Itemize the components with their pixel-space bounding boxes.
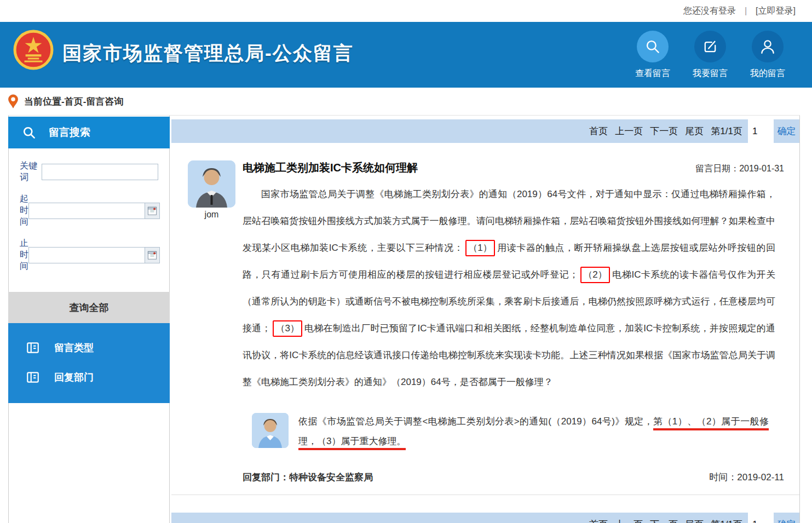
reply-time-label: 时间：: [709, 472, 737, 482]
topbar-divider: |: [745, 6, 747, 16]
end-time-field: [28, 247, 160, 263]
section-divider: [171, 495, 799, 495]
message-date: 留言日期：2019-01-31: [695, 163, 784, 175]
end-time-label: 止时间: [20, 238, 28, 272]
reply-department-label: 回复部门：: [243, 472, 289, 482]
message-date-value: 2019-01-31: [739, 164, 784, 173]
keyword-input[interactable]: [42, 164, 158, 180]
page-confirm-button[interactable]: 确定: [774, 119, 799, 143]
calendar-icon[interactable]: [145, 248, 159, 263]
message-body: 国家市场监管总局关于调整《电梯施工类别划分表》的通知（2019）64号文件，对于…: [243, 181, 775, 395]
nav-post-message-label[interactable]: 我要留言: [683, 68, 738, 79]
list-icon: [26, 370, 40, 384]
login-status-text: 您还没有登录: [683, 5, 736, 17]
nav-view-messages[interactable]: 查看留言: [625, 31, 680, 79]
page-number-input[interactable]: [748, 513, 771, 523]
end-time-input[interactable]: [29, 248, 145, 263]
pagination-bottom: 首页 上一页 下一页 尾页 第1/1页 确定: [171, 513, 799, 523]
page-next-link[interactable]: 下一页: [650, 125, 678, 137]
message-header: 电梯施工类别加装IC卡系统如何理解 留言日期：2019-01-31: [243, 160, 784, 175]
message-date-label: 留言日期：: [695, 164, 739, 173]
page-next-link[interactable]: 下一页: [650, 518, 678, 523]
marker-1: （1）: [465, 240, 494, 256]
national-emblem-logo: [13, 30, 54, 70]
sidebar-item-message-type[interactable]: 留言类型: [8, 333, 170, 363]
pagination-top: 首页 上一页 下一页 尾页 第1/1页 确定: [171, 119, 799, 143]
login-now-link[interactable]: [立即登录]: [756, 5, 796, 17]
reply-item: 依据《市场监管总局关于调整<电梯施工类别划分表>的通知(（2019）64号)》规…: [171, 412, 799, 451]
query-all-button[interactable]: 查询全部: [8, 292, 170, 323]
start-time-row: 起时间: [20, 193, 158, 228]
sidebar-search-title: 留言搜索: [49, 125, 90, 140]
page-number-input[interactable]: [748, 119, 771, 143]
location-pin-icon: [8, 94, 19, 109]
page-last-link[interactable]: 尾页: [685, 125, 704, 137]
sidebar: 留言搜索 关键词 起时间: [8, 116, 170, 523]
sidebar-search-form: 关键词 起时间: [9, 148, 169, 292]
sidebar-menu: 留言类型 回复部门: [8, 323, 170, 403]
avatar: [188, 160, 235, 208]
calendar-icon[interactable]: [145, 203, 159, 219]
nav-my-messages-label[interactable]: 我的留言: [740, 68, 795, 79]
breadcrumb-text: 当前位置-首页-留言咨询: [24, 95, 123, 108]
search-icon[interactable]: [637, 31, 669, 62]
sidebar-item-message-type-label[interactable]: 留言类型: [54, 341, 94, 354]
message-item: jom 电梯施工类别加装IC卡系统如何理解 留言日期：2019-01-31 国家…: [171, 160, 799, 484]
pagination-bar: 首页 上一页 下一页 尾页 第1/1页: [171, 513, 748, 523]
nav-post-message[interactable]: 我要留言: [683, 31, 738, 79]
page-prev-link[interactable]: 上一页: [615, 125, 643, 137]
reply-time: 时间：2019-02-11: [709, 471, 784, 484]
reply-avatar: [252, 413, 289, 448]
sidebar-item-reply-department[interactable]: 回复部门: [8, 363, 170, 392]
reply-segment: 依据《市场监管总局关于调整<电梯施工类别划分表>的通知(（2019）64号)》规…: [298, 416, 653, 427]
page-info: 第1/1页: [711, 125, 742, 137]
end-time-row: 止时间: [20, 238, 158, 272]
page-info: 第1/1页: [711, 518, 742, 523]
marker-2: （2）: [580, 267, 609, 283]
keyword-label: 关键词: [20, 160, 42, 183]
message-author: jom: [188, 210, 235, 220]
reply-meta-row: 回复部门：特种设备安全监察局 时间：2019-02-11: [243, 471, 784, 484]
pagination-bar: 首页 上一页 下一页 尾页 第1/1页: [171, 119, 748, 143]
message-title: 电梯施工类别加装IC卡系统如何理解: [243, 160, 418, 175]
nav-view-messages-label[interactable]: 查看留言: [625, 68, 680, 79]
body-text: 电梯在制造出厂时已预留了IC卡通讯端口和相关图纸，经整机制造单位同意，加装IC卡…: [243, 323, 775, 387]
top-status-bar: 您还没有登录 | [立即登录]: [0, 0, 812, 22]
page-prev-link[interactable]: 上一页: [615, 518, 643, 523]
start-time-field: [28, 203, 160, 219]
main-content: 首页 上一页 下一页 尾页 第1/1页 确定: [171, 116, 800, 523]
sidebar-item-reply-department-label[interactable]: 回复部门: [54, 371, 94, 384]
reply-text: 依据《市场监管总局关于调整<电梯施工类别划分表>的通知(（2019）64号)》规…: [298, 412, 769, 451]
keyword-row: 关键词: [20, 160, 158, 183]
search-icon: [21, 125, 37, 140]
reply-department-value: 特种设备安全监察局: [289, 472, 373, 482]
breadcrumb: 当前位置-首页-留言咨询: [0, 88, 123, 115]
nav-my-messages[interactable]: 我的留言: [740, 31, 795, 79]
sidebar-search-header: 留言搜索: [8, 117, 170, 148]
marker-3: （3）: [273, 320, 302, 337]
list-icon: [26, 341, 40, 355]
user-icon[interactable]: [752, 31, 784, 62]
start-time-input[interactable]: [29, 203, 145, 219]
write-icon[interactable]: [694, 31, 726, 62]
reply-department: 回复部门：特种设备安全监察局: [243, 471, 373, 484]
page-first-link[interactable]: 首页: [589, 125, 608, 137]
reply-time-value: 2019-02-11: [737, 472, 784, 482]
page-first-link[interactable]: 首页: [589, 518, 608, 523]
start-time-label: 起时间: [20, 193, 28, 228]
page-confirm-button[interactable]: 确定: [774, 513, 799, 523]
site-header: 国家市场监督管理总局-公众留言 查看留言 我要留言: [0, 22, 812, 88]
site-title: 国家市场监督管理总局-公众留言: [62, 41, 354, 66]
page: 您还没有登录 | [立即登录] 国家市场监督管理总局-公众留言 查看留言: [0, 0, 812, 523]
page-last-link[interactable]: 尾页: [685, 518, 704, 523]
